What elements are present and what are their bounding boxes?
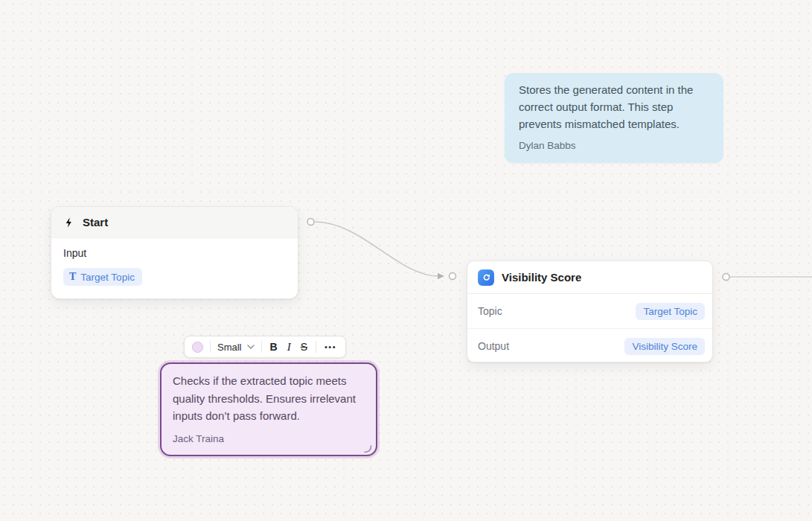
more-options-button[interactable]: ••• <box>323 343 338 351</box>
color-swatch-button[interactable] <box>192 342 203 353</box>
text-size-dropdown[interactable]: Small <box>217 342 255 353</box>
row-pill-visibility-score[interactable]: Visibility Score <box>624 338 705 355</box>
toolbar-divider <box>261 341 262 353</box>
node-title: Visibility Score <box>502 271 581 284</box>
text-size-label: Small <box>217 342 242 353</box>
bold-button[interactable]: B <box>269 342 279 352</box>
lightning-bolt-icon <box>63 217 75 228</box>
strikethrough-button[interactable]: S <box>299 342 309 352</box>
port-visibility-input[interactable] <box>450 273 456 280</box>
italic-button[interactable]: I <box>286 342 292 353</box>
chevron-down-icon <box>247 345 255 349</box>
text-type-icon: T <box>69 271 76 283</box>
node-row-output: Output Visibility Score <box>467 328 712 363</box>
comment-note-purple-selected[interactable]: Checks if the extracted topic meets qual… <box>160 362 377 456</box>
comment-text: Checks if the extracted topic meets qual… <box>173 372 364 425</box>
port-visibility-output[interactable] <box>723 274 729 281</box>
comment-text: Stores the generated content in the corr… <box>519 81 710 132</box>
node-visibility-score[interactable]: Visibility Score Topic Target Topic Outp… <box>467 260 713 362</box>
node-row-topic: Topic Target Topic <box>467 294 712 328</box>
workflow-canvas[interactable]: Stores the generated content in the corr… <box>0 0 812 521</box>
toolbar-divider <box>316 341 316 353</box>
node-start-header[interactable]: Start <box>51 207 298 238</box>
toolbar-divider <box>210 341 211 353</box>
row-label: Topic <box>478 305 502 317</box>
comment-author: Dylan Babbs <box>519 140 710 151</box>
row-pill-target-topic[interactable]: Target Topic <box>636 303 705 320</box>
resize-handle-icon[interactable] <box>363 443 372 452</box>
node-title: Start <box>83 216 108 228</box>
connection-arrowhead <box>438 273 444 279</box>
node-visibility-header[interactable]: Visibility Score <box>467 261 712 294</box>
node-start[interactable]: Start Input T Target Topic <box>51 206 298 299</box>
pill-label: Target Topic <box>80 272 135 283</box>
node-start-body: Input T Target Topic <box>51 238 298 295</box>
connection-curve-start-to-visibility <box>315 222 438 276</box>
comment-author: Jack Traina <box>173 433 364 444</box>
input-section-label: Input <box>63 247 286 259</box>
port-start-output[interactable] <box>307 219 314 226</box>
visibility-app-icon <box>478 269 494 286</box>
input-pill-target-topic[interactable]: T Target Topic <box>63 268 142 286</box>
comment-format-toolbar: Small B I S ••• <box>184 336 346 358</box>
comment-note-teal[interactable]: Stores the generated content in the corr… <box>505 73 723 163</box>
row-label: Output <box>478 340 509 352</box>
